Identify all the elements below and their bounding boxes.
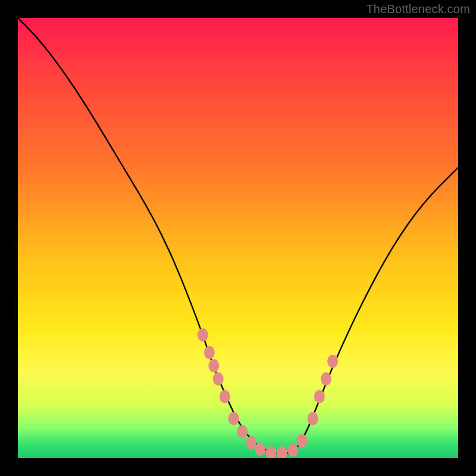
highlighted-dot: [314, 390, 325, 403]
highlighted-dot: [198, 328, 208, 342]
highlighted-dot: [327, 355, 338, 368]
plot-area: [18, 18, 458, 458]
highlighted-dot: [321, 372, 331, 386]
highlighted-dot: [213, 372, 224, 386]
highlighted-dot: [277, 446, 287, 458]
highlighted-dot: [228, 412, 239, 425]
highlighted-dot: [204, 346, 215, 359]
highlighted-dot: [308, 412, 318, 425]
highlighted-dots-group: [198, 328, 338, 458]
highlighted-dot: [220, 390, 230, 403]
highlighted-dot: [266, 446, 277, 458]
highlighted-dot: [237, 425, 248, 439]
highlighted-dot: [288, 444, 299, 457]
watermark-text: TheBottleneck.com: [366, 2, 470, 16]
highlighted-dot: [208, 359, 219, 372]
bottleneck-curve-line: [18, 18, 458, 454]
highlighted-dot: [255, 443, 265, 456]
chart-stage: TheBottleneck.com: [0, 0, 476, 476]
bottleneck-chart-svg: [18, 18, 458, 458]
highlighted-dot: [296, 434, 307, 447]
